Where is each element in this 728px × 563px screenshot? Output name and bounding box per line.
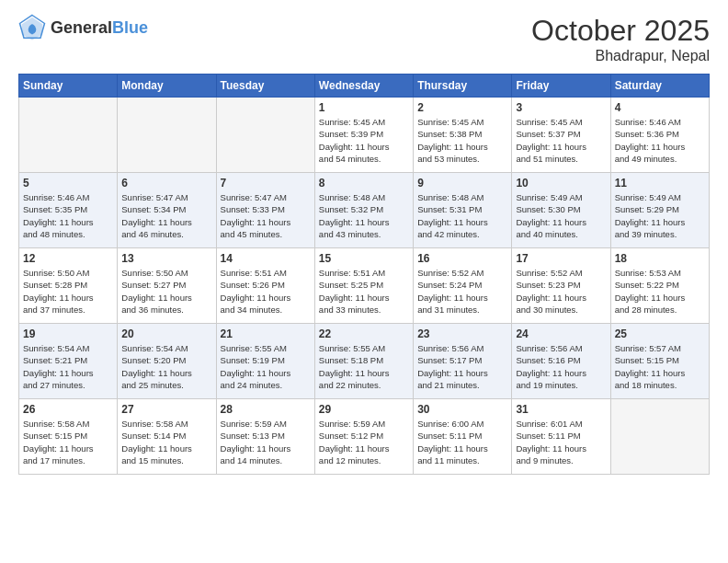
day-info: Sunrise: 5:58 AMSunset: 5:15 PMDaylight:… xyxy=(23,418,113,466)
cell-3-6: 17Sunrise: 5:52 AMSunset: 5:23 PMDayligh… xyxy=(512,248,610,324)
day-info: Sunrise: 5:45 AMSunset: 5:37 PMDaylight:… xyxy=(516,116,606,165)
month-title: October 2025 xyxy=(531,14,710,48)
day-info: Sunrise: 5:53 AMSunset: 5:22 PMDaylight:… xyxy=(615,267,705,316)
logo-icon xyxy=(18,14,46,41)
cell-4-6: 24Sunrise: 5:56 AMSunset: 5:16 PMDayligh… xyxy=(512,324,610,399)
day-info: Sunrise: 5:59 AMSunset: 5:13 PMDaylight:… xyxy=(221,418,311,466)
day-info: Sunrise: 5:57 AMSunset: 5:15 PMDaylight:… xyxy=(615,342,705,391)
cell-5-5: 30Sunrise: 6:00 AMSunset: 5:11 PMDayligh… xyxy=(414,399,512,475)
day-info: Sunrise: 5:50 AMSunset: 5:28 PMDaylight:… xyxy=(23,267,113,316)
cell-5-7 xyxy=(610,399,709,475)
day-number: 22 xyxy=(319,327,409,340)
cell-2-6: 10Sunrise: 5:49 AMSunset: 5:30 PMDayligh… xyxy=(512,173,610,248)
cell-3-7: 18Sunrise: 5:53 AMSunset: 5:22 PMDayligh… xyxy=(610,248,709,324)
header-saturday: Saturday xyxy=(610,75,709,98)
day-number: 5 xyxy=(23,177,113,190)
day-number: 16 xyxy=(417,252,507,265)
day-number: 23 xyxy=(417,327,507,340)
day-info: Sunrise: 5:52 AMSunset: 5:24 PMDaylight:… xyxy=(417,267,507,316)
day-info: Sunrise: 5:51 AMSunset: 5:25 PMDaylight:… xyxy=(319,267,409,316)
day-info: Sunrise: 5:55 AMSunset: 5:18 PMDaylight:… xyxy=(319,342,409,391)
cell-1-1 xyxy=(19,98,118,173)
day-info: Sunrise: 6:00 AMSunset: 5:11 PMDaylight:… xyxy=(417,418,507,466)
cell-4-3: 21Sunrise: 5:55 AMSunset: 5:19 PMDayligh… xyxy=(216,324,314,399)
header-tuesday: Tuesday xyxy=(216,75,314,98)
day-info: Sunrise: 5:59 AMSunset: 5:12 PMDaylight:… xyxy=(319,418,409,466)
day-number: 30 xyxy=(417,403,507,416)
cell-2-1: 5Sunrise: 5:46 AMSunset: 5:35 PMDaylight… xyxy=(19,173,118,248)
day-info: Sunrise: 5:48 AMSunset: 5:32 PMDaylight:… xyxy=(319,191,409,240)
header: General Blue October 2025 Bhadrapur, Nep… xyxy=(18,14,710,64)
calendar: Sunday Monday Tuesday Wednesday Thursday… xyxy=(18,74,710,475)
day-number: 15 xyxy=(319,252,409,265)
day-info: Sunrise: 5:54 AMSunset: 5:20 PMDaylight:… xyxy=(121,342,211,391)
cell-1-4: 1Sunrise: 5:45 AMSunset: 5:39 PMDaylight… xyxy=(314,98,413,173)
day-number: 14 xyxy=(221,252,311,265)
cell-3-3: 14Sunrise: 5:51 AMSunset: 5:26 PMDayligh… xyxy=(216,248,314,324)
day-number: 25 xyxy=(615,327,705,340)
day-number: 24 xyxy=(516,327,606,340)
day-info: Sunrise: 6:01 AMSunset: 5:11 PMDaylight:… xyxy=(516,418,606,466)
day-number: 4 xyxy=(615,101,705,114)
day-number: 17 xyxy=(516,252,606,265)
day-info: Sunrise: 5:52 AMSunset: 5:23 PMDaylight:… xyxy=(516,267,606,316)
day-info: Sunrise: 5:55 AMSunset: 5:19 PMDaylight:… xyxy=(221,342,311,391)
week-row-2: 5Sunrise: 5:46 AMSunset: 5:35 PMDaylight… xyxy=(19,173,710,248)
cell-3-1: 12Sunrise: 5:50 AMSunset: 5:28 PMDayligh… xyxy=(19,248,118,324)
logo-text: General Blue xyxy=(51,19,148,36)
day-number: 7 xyxy=(221,177,311,190)
day-number: 27 xyxy=(121,403,211,416)
header-wednesday: Wednesday xyxy=(314,75,413,98)
cell-1-6: 3Sunrise: 5:45 AMSunset: 5:37 PMDaylight… xyxy=(512,98,610,173)
day-info: Sunrise: 5:51 AMSunset: 5:26 PMDaylight:… xyxy=(221,267,311,316)
day-number: 28 xyxy=(221,403,311,416)
cell-1-5: 2Sunrise: 5:45 AMSunset: 5:38 PMDaylight… xyxy=(414,98,512,173)
day-info: Sunrise: 5:49 AMSunset: 5:30 PMDaylight:… xyxy=(516,191,606,240)
week-row-3: 12Sunrise: 5:50 AMSunset: 5:28 PMDayligh… xyxy=(19,248,710,324)
day-info: Sunrise: 5:47 AMSunset: 5:34 PMDaylight:… xyxy=(121,191,211,240)
day-number: 31 xyxy=(516,403,606,416)
cell-1-7: 4Sunrise: 5:46 AMSunset: 5:36 PMDaylight… xyxy=(610,98,709,173)
day-info: Sunrise: 5:56 AMSunset: 5:17 PMDaylight:… xyxy=(417,342,507,391)
page: General Blue October 2025 Bhadrapur, Nep… xyxy=(0,0,728,563)
day-info: Sunrise: 5:56 AMSunset: 5:16 PMDaylight:… xyxy=(516,342,606,391)
day-number: 29 xyxy=(319,403,409,416)
header-monday: Monday xyxy=(118,75,216,98)
day-info: Sunrise: 5:45 AMSunset: 5:38 PMDaylight:… xyxy=(417,116,507,165)
day-number: 12 xyxy=(23,252,113,265)
cell-2-3: 7Sunrise: 5:47 AMSunset: 5:33 PMDaylight… xyxy=(216,173,314,248)
cell-1-3 xyxy=(216,98,314,173)
cell-3-5: 16Sunrise: 5:52 AMSunset: 5:24 PMDayligh… xyxy=(414,248,512,324)
cell-3-2: 13Sunrise: 5:50 AMSunset: 5:27 PMDayligh… xyxy=(118,248,216,324)
day-number: 3 xyxy=(516,101,606,114)
day-number: 8 xyxy=(319,177,409,190)
cell-4-4: 22Sunrise: 5:55 AMSunset: 5:18 PMDayligh… xyxy=(314,324,413,399)
day-info: Sunrise: 5:58 AMSunset: 5:14 PMDaylight:… xyxy=(121,418,211,466)
day-number: 13 xyxy=(121,252,211,265)
day-number: 19 xyxy=(23,327,113,340)
day-info: Sunrise: 5:47 AMSunset: 5:33 PMDaylight:… xyxy=(221,191,311,240)
cell-2-7: 11Sunrise: 5:49 AMSunset: 5:29 PMDayligh… xyxy=(610,173,709,248)
header-friday: Friday xyxy=(512,75,610,98)
week-row-1: 1Sunrise: 5:45 AMSunset: 5:39 PMDaylight… xyxy=(19,98,710,173)
day-info: Sunrise: 5:46 AMSunset: 5:35 PMDaylight:… xyxy=(23,191,113,240)
cell-4-5: 23Sunrise: 5:56 AMSunset: 5:17 PMDayligh… xyxy=(414,324,512,399)
location-title: Bhadrapur, Nepal xyxy=(531,48,710,64)
cell-2-5: 9Sunrise: 5:48 AMSunset: 5:31 PMDaylight… xyxy=(414,173,512,248)
cell-5-3: 28Sunrise: 5:59 AMSunset: 5:13 PMDayligh… xyxy=(216,399,314,475)
logo-blue: Blue xyxy=(112,19,148,36)
day-info: Sunrise: 5:46 AMSunset: 5:36 PMDaylight:… xyxy=(615,116,705,165)
header-thursday: Thursday xyxy=(414,75,512,98)
day-number: 21 xyxy=(221,327,311,340)
day-info: Sunrise: 5:50 AMSunset: 5:27 PMDaylight:… xyxy=(121,267,211,316)
cell-5-6: 31Sunrise: 6:01 AMSunset: 5:11 PMDayligh… xyxy=(512,399,610,475)
day-info: Sunrise: 5:48 AMSunset: 5:31 PMDaylight:… xyxy=(417,191,507,240)
day-info: Sunrise: 5:49 AMSunset: 5:29 PMDaylight:… xyxy=(615,191,705,240)
day-number: 9 xyxy=(417,177,507,190)
day-number: 11 xyxy=(615,177,705,190)
cell-1-2 xyxy=(118,98,216,173)
cell-2-2: 6Sunrise: 5:47 AMSunset: 5:34 PMDaylight… xyxy=(118,173,216,248)
week-row-4: 19Sunrise: 5:54 AMSunset: 5:21 PMDayligh… xyxy=(19,324,710,399)
day-number: 10 xyxy=(516,177,606,190)
logo-general: General xyxy=(51,19,112,36)
